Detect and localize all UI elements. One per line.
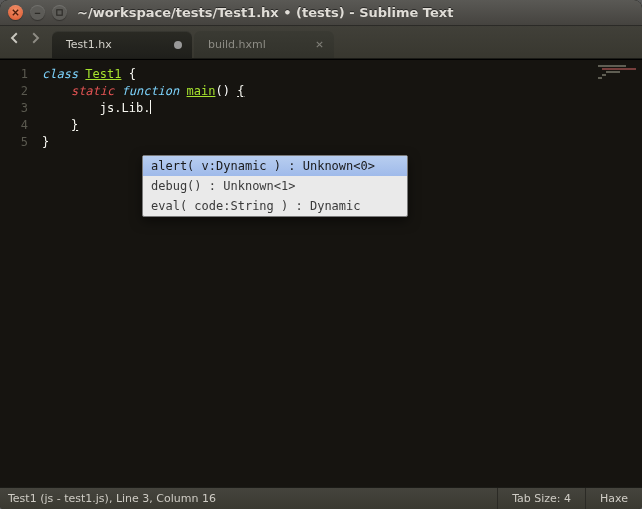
line-number: 4	[0, 117, 28, 134]
dirty-indicator-icon	[174, 41, 182, 49]
code-line[interactable]: }	[42, 134, 642, 151]
status-tabsize[interactable]: Tab Size: 4	[497, 488, 585, 509]
autocomplete-item[interactable]: eval( code:String ) : Dynamic	[143, 196, 407, 216]
code-line[interactable]: static function main() {	[42, 83, 642, 100]
line-number: 3	[0, 100, 28, 117]
autocomplete-popup[interactable]: alert( v:Dynamic ) : Unknown<0>debug() :…	[142, 155, 408, 217]
close-icon[interactable]	[8, 5, 23, 20]
sublime-window: ~/workspace/tests/Test1.hx • (tests) - S…	[0, 0, 642, 509]
autocomplete-item[interactable]: debug() : Unknown<1>	[143, 176, 407, 196]
line-number: 1	[0, 66, 28, 83]
nav-forward-icon[interactable]	[26, 29, 44, 47]
autocomplete-item[interactable]: alert( v:Dynamic ) : Unknown<0>	[143, 156, 407, 176]
status-syntax[interactable]: Haxe	[585, 488, 642, 509]
tab-test1[interactable]: Test1.hx	[52, 31, 192, 58]
gutter: 12345	[0, 60, 38, 487]
editor[interactable]: 12345 class Test1 { static function main…	[0, 59, 642, 487]
tab-label: Test1.hx	[66, 38, 112, 51]
tabs: Test1.hx build.hxml	[52, 31, 336, 58]
code-area[interactable]: class Test1 { static function main() { j…	[38, 60, 642, 487]
close-tab-icon[interactable]	[314, 40, 324, 50]
minimize-icon[interactable]	[30, 5, 45, 20]
tab-label: build.hxml	[208, 38, 266, 51]
code-line[interactable]: class Test1 {	[42, 66, 642, 83]
maximize-icon[interactable]	[52, 5, 67, 20]
tab-build[interactable]: build.hxml	[194, 31, 334, 58]
line-number: 5	[0, 134, 28, 151]
window-controls	[8, 5, 67, 20]
svg-rect-0	[57, 10, 62, 15]
cursor	[150, 100, 151, 114]
nav-back-icon[interactable]	[6, 29, 24, 47]
code-line[interactable]: js.Lib.	[42, 100, 642, 117]
code-line[interactable]: }	[42, 117, 642, 134]
tab-bar: Test1.hx build.hxml	[0, 26, 642, 59]
line-number: 2	[0, 83, 28, 100]
titlebar: ~/workspace/tests/Test1.hx • (tests) - S…	[0, 0, 642, 26]
window-title: ~/workspace/tests/Test1.hx • (tests) - S…	[77, 5, 453, 20]
status-bar: Test1 (js - test1.js), Line 3, Column 16…	[0, 487, 642, 509]
status-position: Test1 (js - test1.js), Line 3, Column 16	[0, 492, 497, 505]
minimap[interactable]	[598, 65, 638, 95]
